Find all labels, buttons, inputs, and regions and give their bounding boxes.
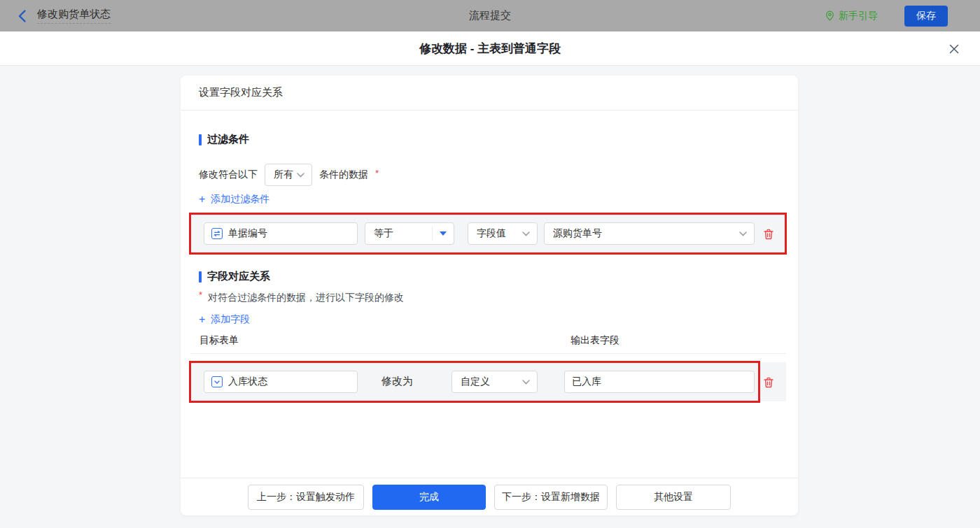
top-bar: 修改购货单状态 流程提交 新手引导 保存: [0, 0, 980, 31]
close-icon: [948, 43, 960, 55]
mapping-description: * 对符合过滤条件的数据，进行以下字段的修改: [199, 292, 404, 304]
filter-condition-row: 单据编号 等于 字段值 源购货单号: [190, 214, 786, 253]
custom-value-input[interactable]: 已入库: [564, 371, 755, 393]
modal-header: 修改数据 - 主表到普通字段: [0, 31, 980, 66]
custom-value-type-select[interactable]: 自定义: [451, 371, 538, 393]
chevron-down-icon: [297, 173, 312, 178]
section-bar: [199, 134, 202, 145]
close-button[interactable]: [946, 41, 962, 57]
required-mark: *: [199, 290, 202, 300]
value-select[interactable]: 源购货单号: [544, 222, 755, 245]
plus-icon: +: [199, 194, 205, 205]
back-button[interactable]: [18, 10, 26, 22]
match-condition-row: 修改符合以下 所有 条件的数据 *: [199, 164, 379, 186]
settings-card: 设置字段对应关系 过滤条件 修改符合以下 所有 条件的数据 * + 添加过滤条件: [181, 76, 798, 515]
caret-down-icon: [433, 231, 454, 236]
workflow-title[interactable]: 修改购货单状态: [37, 8, 111, 24]
trash-icon: [762, 376, 775, 389]
dropdown-field-icon: [211, 376, 223, 387]
modify-to-label: 修改为: [382, 375, 413, 388]
value-type-select[interactable]: 字段值: [468, 222, 538, 245]
filter-field-input[interactable]: 单据编号: [204, 222, 358, 245]
add-filter-condition-link[interactable]: + 添加过滤条件: [199, 193, 270, 206]
modal-title: 修改数据 - 主表到普通字段: [419, 41, 561, 57]
serial-number-field-icon: [211, 228, 223, 239]
match-mode-select[interactable]: 所有: [265, 164, 312, 186]
save-button[interactable]: 保存: [904, 6, 948, 27]
card-header: 设置字段对应关系: [181, 76, 798, 110]
next-step-button[interactable]: 下一步：设置新增数据: [494, 485, 608, 510]
chevron-left-icon: [18, 10, 26, 22]
operator-select[interactable]: 等于: [365, 222, 454, 245]
trash-icon: [762, 228, 775, 241]
match-prefix-label: 修改符合以下: [199, 169, 258, 181]
modal-body: 设置字段对应关系 过滤条件 修改符合以下 所有 条件的数据 * + 添加过滤条件: [0, 66, 980, 528]
section-bar: [199, 271, 202, 283]
filter-section-title: 过滤条件: [199, 133, 249, 146]
delete-filter-row-button[interactable]: [762, 227, 776, 241]
done-button[interactable]: 完成: [372, 485, 486, 510]
chevron-down-icon: [522, 231, 537, 236]
card-footer: 上一步：设置触发动作 完成 下一步：设置新增数据 其他设置: [181, 478, 798, 515]
add-field-link[interactable]: + 添加字段: [199, 313, 250, 326]
map-pin-icon: [825, 10, 834, 21]
required-mark: *: [375, 168, 379, 178]
field-mapping-row: 入库状态 修改为 自定义 已入库: [190, 362, 786, 401]
mapping-column-headers: 目标表单 输出表字段: [190, 334, 786, 354]
column-output-field: 输出表字段: [570, 334, 620, 347]
chevron-down-icon: [739, 231, 754, 236]
other-settings-button[interactable]: 其他设置: [616, 485, 731, 510]
column-target-form: 目标表单: [200, 334, 239, 347]
mapping-section-title: 字段对应关系: [199, 270, 270, 283]
beginner-guide-link[interactable]: 新手引导: [825, 10, 878, 22]
match-suffix-label: 条件的数据: [319, 169, 368, 181]
chevron-down-icon: [522, 380, 537, 385]
prev-step-button[interactable]: 上一步：设置触发动作: [248, 485, 364, 510]
plus-icon: +: [199, 314, 205, 325]
delete-mapping-row-button[interactable]: [762, 376, 776, 390]
target-field-input[interactable]: 入库状态: [204, 371, 358, 393]
